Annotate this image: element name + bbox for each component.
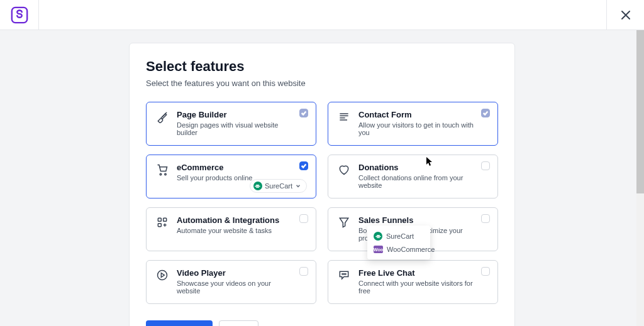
feature-checkbox[interactable] <box>299 267 308 276</box>
topbar <box>0 0 644 30</box>
close-icon <box>621 10 631 20</box>
feature-desc: Allow your visitors to get in touch with… <box>358 121 476 136</box>
feature-desc: Automate your website & tasks <box>177 227 294 234</box>
svg-point-12 <box>343 274 344 274</box>
feature-label: Contact Form <box>358 110 476 119</box>
woocommerce-icon: Woo <box>374 246 383 253</box>
feature-label: Automation & Integrations <box>177 215 294 225</box>
svg-point-5 <box>160 173 162 175</box>
back-button[interactable]: Back <box>219 320 258 326</box>
form-icon <box>337 110 351 124</box>
feature-checkbox[interactable] <box>481 267 490 276</box>
feature-desc: Design pages with visual website builder <box>177 121 294 136</box>
feature-desc: Showcase your videos on your website <box>177 280 294 295</box>
close-button[interactable] <box>606 0 644 30</box>
feature-checkbox[interactable] <box>299 161 308 170</box>
feature-label: eCommerce <box>177 163 294 172</box>
svg-point-13 <box>345 274 346 274</box>
svg-point-10 <box>158 271 167 280</box>
feature-automation[interactable]: Automation & Integrations Automate your … <box>146 207 316 251</box>
page-title: Select features <box>146 58 498 75</box>
feature-desc: Collect donations online from your websi… <box>358 174 476 189</box>
feature-checkbox[interactable] <box>299 214 308 223</box>
heart-icon <box>337 163 351 177</box>
logo[interactable] <box>0 0 39 30</box>
feature-label: Video Player <box>177 268 294 278</box>
feature-contact-form[interactable]: Contact Form Allow your visitors to get … <box>328 102 498 146</box>
funnel-icon <box>337 215 351 229</box>
feature-label: Page Builder <box>177 110 294 119</box>
provider-option-label: WooCommerce <box>387 246 435 253</box>
svg-point-6 <box>165 173 167 175</box>
feature-video-player[interactable]: Video Player Showcase your videos on you… <box>146 260 316 304</box>
svg-rect-9 <box>158 224 161 227</box>
scrollbar-thumb[interactable] <box>636 30 644 193</box>
play-icon <box>155 268 169 282</box>
feature-panel: Select features Select the features you … <box>129 43 515 326</box>
provider-option-woocommerce[interactable]: Woo WooCommerce <box>367 243 430 256</box>
wizard-footer: Continue Back Skip this step <box>146 320 498 326</box>
svg-point-11 <box>342 274 343 274</box>
feature-desc: Connect with your website visitors for f… <box>358 280 476 295</box>
provider-option-label: SureCart <box>386 232 414 240</box>
provider-selector[interactable]: SureCart <box>250 179 307 193</box>
feature-label: Sales Funnels <box>358 215 476 225</box>
chevron-down-icon <box>295 183 301 189</box>
svg-rect-8 <box>164 218 167 221</box>
scrollbar[interactable] <box>636 30 644 326</box>
feature-live-chat[interactable]: Free Live Chat Connect with your website… <box>328 260 498 304</box>
feature-grid: Page Builder Design pages with visual we… <box>146 102 498 304</box>
feature-checkbox <box>481 109 490 117</box>
provider-selected-label: SureCart <box>265 182 292 190</box>
provider-dropdown: SureCart Woo WooCommerce <box>367 225 430 259</box>
mouse-cursor-icon <box>426 157 434 167</box>
feature-label: Free Live Chat <box>358 268 476 278</box>
feature-checkbox[interactable] <box>481 214 490 223</box>
feature-checkbox <box>299 109 308 117</box>
brush-icon <box>155 110 169 124</box>
svg-rect-7 <box>158 218 161 221</box>
feature-checkbox[interactable] <box>481 161 490 170</box>
provider-option-surecart[interactable]: SureCart <box>367 229 430 243</box>
surecart-icon <box>374 232 382 241</box>
cart-icon <box>155 163 169 177</box>
page-subtitle: Select the features you want on this web… <box>146 79 498 88</box>
feature-donations[interactable]: Donations Collect donations online from … <box>328 155 498 198</box>
feature-label: Donations <box>358 163 476 172</box>
feature-ecommerce[interactable]: eCommerce Sell your products online Sure… <box>146 155 316 198</box>
surecart-icon <box>253 182 262 190</box>
chat-icon <box>337 268 351 282</box>
integrations-icon <box>155 215 169 229</box>
feature-page-builder[interactable]: Page Builder Design pages with visual we… <box>146 102 316 146</box>
app-logo-icon <box>10 6 29 24</box>
continue-button[interactable]: Continue <box>146 320 213 326</box>
